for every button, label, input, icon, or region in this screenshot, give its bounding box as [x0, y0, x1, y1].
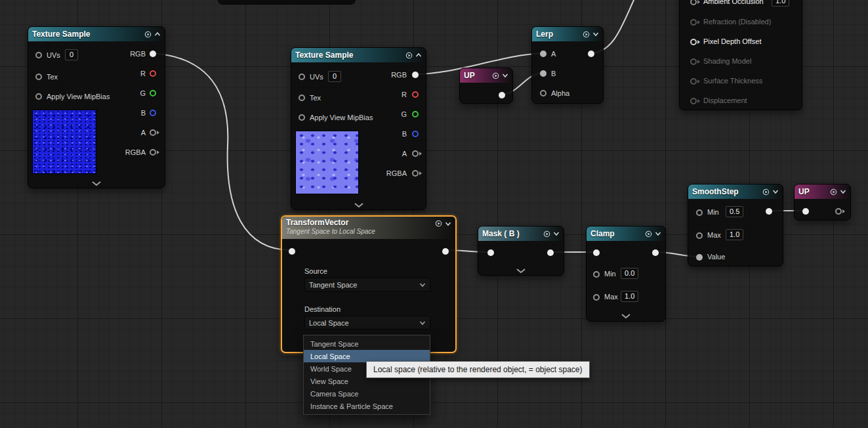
preview-play-icon[interactable] [645, 230, 652, 238]
collapse-chevron-down-icon[interactable] [772, 189, 779, 194]
min-value-field[interactable]: 0.0 [621, 268, 638, 279]
output-pin[interactable] [652, 249, 659, 256]
node-header[interactable]: Mask ( B ) [478, 226, 564, 241]
output-pin-rgb[interactable] [150, 51, 156, 57]
output-pin[interactable] [766, 208, 772, 215]
preview-play-icon[interactable] [144, 31, 152, 38]
expand-chevron-icon[interactable] [354, 202, 364, 208]
input-pin-a[interactable] [540, 51, 547, 57]
destination-dropdown-value: Local Space [309, 319, 417, 327]
preview-play-icon[interactable] [492, 72, 499, 79]
input-pin-tex[interactable] [299, 95, 305, 101]
input-pin[interactable] [289, 248, 295, 255]
output-pin-a[interactable] [150, 129, 156, 136]
menu-item-tangent-space[interactable]: Tangent Space [304, 337, 430, 350]
preview-play-icon[interactable] [435, 220, 442, 227]
input-pin[interactable] [802, 208, 809, 215]
node-header[interactable]: TransformVector Tangent Space to Local S… [282, 217, 455, 239]
input-pin-mipbias[interactable] [35, 93, 42, 100]
preview-play-icon[interactable] [830, 188, 837, 196]
max-value-field[interactable]: 1.0 [726, 229, 743, 240]
max-value-field[interactable]: 1.0 [621, 291, 638, 302]
output-pin-rgba[interactable] [412, 170, 419, 177]
preview-play-icon[interactable] [762, 188, 770, 196]
output-pin[interactable] [835, 208, 842, 215]
preview-play-icon[interactable] [583, 31, 590, 38]
preview-play-icon[interactable] [405, 52, 413, 59]
output-pin-g[interactable] [150, 90, 156, 96]
output-pin[interactable] [547, 249, 554, 256]
input-pin-shading-model[interactable] [690, 58, 697, 65]
node-clamp[interactable]: Clamp Min 0.0 Max 1.0 [586, 226, 666, 322]
input-pin-surface-thickness[interactable] [690, 78, 697, 85]
output-pin-r[interactable] [412, 91, 419, 98]
collapse-chevron-up-icon[interactable] [415, 53, 422, 58]
output-pin-r[interactable] [150, 70, 156, 77]
preview-play-icon[interactable] [543, 230, 550, 238]
destination-dropdown[interactable]: Local Space [304, 316, 430, 330]
output-pin-rgb[interactable] [412, 72, 419, 78]
input-pin-max[interactable] [696, 232, 703, 239]
output-pin-a[interactable] [412, 150, 419, 157]
input-pin-mipbias[interactable] [299, 114, 305, 121]
node-up-left[interactable]: UP [459, 68, 513, 104]
uvs-value-field[interactable]: 0 [328, 71, 341, 82]
input-pin-uvs[interactable] [299, 74, 305, 80]
output-pin-b[interactable] [150, 110, 156, 116]
menu-item-camera-space[interactable]: Camera Space [304, 387, 430, 400]
menu-item-instance-particle-space[interactable]: Instance & Particle Space [304, 400, 430, 412]
input-pin-max[interactable] [593, 294, 600, 301]
ambient-occlusion-value-field[interactable]: 1.0 [772, 0, 789, 7]
input-pin-b[interactable] [540, 70, 547, 77]
input-pin-min[interactable] [593, 271, 600, 278]
input-pin-tex[interactable] [35, 74, 42, 80]
offscreen-node-edge[interactable] [218, 0, 356, 5]
collapse-chevron-down-icon[interactable] [502, 73, 508, 78]
node-header[interactable]: Clamp [587, 226, 665, 241]
collapse-chevron-down-icon[interactable] [840, 189, 846, 194]
output-pin-b[interactable] [412, 131, 419, 137]
collapse-chevron-down-icon[interactable] [592, 32, 599, 37]
wire-ts1-to-transformvector[interactable] [152, 53, 291, 250]
node-up-right[interactable]: UP [794, 184, 851, 221]
collapse-chevron-down-icon[interactable] [655, 231, 661, 236]
input-pin-refraction[interactable] [690, 19, 697, 26]
output-pin[interactable] [499, 92, 505, 98]
input-pin-uvs[interactable] [35, 52, 42, 58]
input-pin-displacement[interactable] [690, 98, 697, 104]
output-pin-rgba[interactable] [150, 149, 156, 156]
input-pin-min[interactable] [696, 209, 703, 216]
input-pin-value[interactable] [696, 254, 703, 261]
node-texture-sample-1[interactable]: Texture Sample UVs 0 Tex Apply View MipB… [28, 26, 165, 188]
input-pin[interactable] [593, 249, 600, 256]
output-pin[interactable] [588, 51, 594, 57]
node-smoothstep[interactable]: SmoothStep Min 0.5 Max 1.0 Value [688, 184, 783, 267]
node-material-output[interactable]: Ambient Occlusion 1.0 Refraction (Disabl… [679, 0, 802, 110]
output-pin-g[interactable] [412, 111, 419, 118]
input-pin-alpha[interactable] [540, 90, 547, 96]
node-transform-vector[interactable]: TransformVector Tangent Space to Local S… [281, 215, 457, 353]
source-dropdown[interactable]: Tangent Space [304, 278, 430, 291]
collapse-chevron-up-icon[interactable] [154, 32, 161, 37]
node-header[interactable]: Texture Sample [28, 27, 165, 41]
input-pin-pixel-depth-offset[interactable] [690, 39, 697, 45]
node-lerp[interactable]: Lerp A B Alpha [531, 26, 604, 104]
input-pin-ambient-occlusion[interactable] [690, 0, 697, 5]
node-mask-b[interactable]: Mask ( B ) [478, 226, 564, 276]
expand-chevron-icon[interactable] [91, 181, 102, 186]
expand-chevron-icon[interactable] [621, 313, 631, 319]
input-pin[interactable] [487, 249, 494, 256]
node-header[interactable]: UP [460, 68, 512, 83]
node-header[interactable]: UP [795, 184, 850, 199]
min-value-field[interactable]: 0.5 [726, 206, 743, 217]
node-header[interactable]: Texture Sample [291, 48, 426, 62]
uvs-value-field[interactable]: 0 [65, 49, 78, 60]
node-texture-sample-2[interactable]: Texture Sample UVs 0 Tex Apply View MipB… [291, 47, 426, 210]
expand-chevron-icon[interactable] [516, 268, 526, 274]
material-graph-canvas[interactable]: Texture Sample UVs 0 Tex Apply View MipB… [0, 0, 868, 428]
node-header[interactable]: SmoothStep [688, 184, 783, 199]
node-header[interactable]: Lerp [532, 27, 603, 41]
collapse-chevron-down-icon[interactable] [445, 221, 451, 226]
output-pin[interactable] [442, 248, 449, 255]
collapse-chevron-down-icon[interactable] [553, 231, 560, 236]
